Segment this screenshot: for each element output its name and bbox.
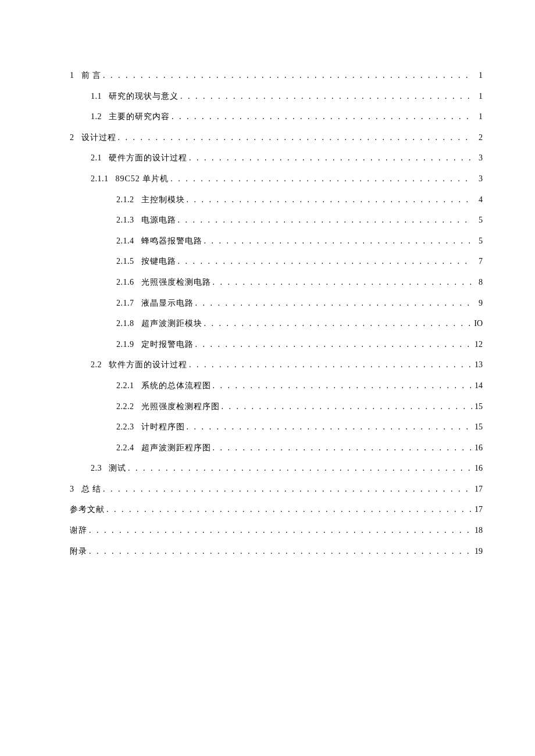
toc-entry: 2.2.2 光照强度检测程序图 15	[70, 401, 483, 413]
toc-number: 2.2.1	[116, 380, 134, 392]
toc-title: 电源电路	[141, 214, 176, 226]
toc-page: 16	[472, 442, 483, 454]
toc-leader	[185, 194, 473, 206]
toc-number: 2.1.4	[116, 235, 134, 247]
toc-entry: 2.1.9 定时报警电路 12	[70, 339, 483, 350]
toc-number: 2.2.2	[116, 401, 134, 413]
toc-entry: 2.3 测试 16	[70, 463, 483, 474]
toc-leader	[194, 339, 473, 350]
toc-entry: 2.1.6 光照强度检测电路 8	[70, 277, 483, 288]
toc-number: 1	[70, 70, 74, 81]
toc-leader	[176, 256, 473, 267]
toc-page: 15	[472, 421, 483, 433]
toc-entry: 3 总 结 17	[70, 483, 483, 495]
toc-title: 硬件方面的设计过程	[109, 152, 187, 164]
toc-entry: 谢辞 18	[70, 525, 483, 536]
toc-number: 2.1.5	[116, 256, 134, 267]
toc-page: 15	[472, 401, 483, 413]
toc-leader	[101, 483, 472, 495]
toc-leader	[176, 214, 473, 226]
toc-title: 液晶显示电路	[141, 298, 194, 309]
toc-page: 8	[472, 277, 483, 288]
toc-leader	[87, 525, 472, 536]
toc-title: 附录	[70, 546, 87, 557]
toc-entry: 2.1.1 89C52 单片机 3	[70, 173, 483, 185]
toc-number: 3	[70, 483, 74, 495]
toc-number: 1.2	[91, 111, 102, 123]
toc-number: 2.2	[91, 359, 102, 371]
toc-title: 超声波测距模块	[141, 318, 202, 329]
toc-leader	[101, 70, 472, 81]
toc-title: 89C52 单片机	[116, 173, 169, 185]
toc-entry: 2.1.7 液晶显示电路 9	[70, 298, 483, 309]
toc-page: 18	[472, 525, 483, 536]
toc-entry: 1 前 言 1	[70, 70, 483, 81]
toc-title: 系统的总体流程图	[141, 380, 211, 392]
toc-leader	[211, 380, 473, 392]
toc-entry: 1.1 研究的现状与意义 1	[70, 91, 483, 102]
toc-page: 3	[472, 173, 483, 185]
toc-leader	[170, 111, 472, 123]
toc-title: 光照强度检测程序图	[141, 401, 220, 413]
toc-leader	[187, 152, 472, 164]
toc-page: 17	[472, 483, 483, 495]
toc-page: 5	[472, 214, 483, 226]
toc-title: 超声波测距程序图	[141, 442, 211, 454]
toc-number: 2.3	[91, 463, 102, 474]
toc-title: 定时报警电路	[141, 339, 194, 350]
toc-leader	[126, 463, 472, 474]
toc-leader	[202, 235, 473, 247]
toc-entry: 2.1.2 主控制模块 4	[70, 194, 483, 206]
toc-entry: 参考文献 17	[70, 504, 483, 515]
toc-leader	[105, 504, 472, 515]
toc-leader	[211, 442, 473, 454]
toc-entry: 附录 19	[70, 546, 483, 557]
toc-leader	[87, 546, 472, 557]
toc-number: 2.1	[91, 152, 102, 164]
toc-title: 设计过程	[81, 132, 116, 144]
toc-entry: 2.1.3 电源电路 5	[70, 214, 483, 226]
toc-page: 4	[472, 194, 483, 206]
toc-number: 2	[70, 132, 74, 144]
toc-number: 1.1	[91, 91, 102, 102]
toc-leader	[194, 298, 473, 309]
toc-number: 2.1.7	[116, 298, 134, 309]
toc-entry: 2.1 硬件方面的设计过程 3	[70, 152, 483, 164]
toc-page: 12	[472, 339, 483, 350]
toc-leader	[169, 173, 472, 185]
table-of-contents: 1 前 言 1 1.1 研究的现状与意义 1 1.2 主要的研究内容 1 2 设…	[70, 70, 483, 557]
toc-page: 16	[472, 463, 483, 474]
toc-number: 2.2.3	[116, 421, 134, 433]
toc-number: 2.1.6	[116, 277, 134, 288]
toc-page: 2	[472, 132, 483, 144]
toc-entry: 2.2.1 系统的总体流程图 14	[70, 380, 483, 392]
toc-page: 1	[472, 111, 483, 123]
toc-page: 19	[472, 546, 483, 557]
toc-entry: 1.2 主要的研究内容 1	[70, 111, 483, 123]
toc-title: 研究的现状与意义	[109, 91, 179, 102]
toc-number: 2.1.2	[116, 194, 134, 206]
toc-entry: 2.1.5 按键电路 7	[70, 256, 483, 267]
toc-title: 主要的研究内容	[109, 111, 170, 123]
toc-leader	[185, 421, 473, 433]
toc-leader	[211, 277, 473, 288]
toc-leader	[187, 359, 472, 371]
toc-title: 主控制模块	[141, 194, 185, 206]
toc-title: 测试	[109, 463, 126, 474]
toc-number: 2.1.9	[116, 339, 134, 350]
toc-page: 1	[472, 91, 483, 102]
toc-entry: 2.2.4 超声波测距程序图 16	[70, 442, 483, 454]
toc-number: 2.1.3	[116, 214, 134, 226]
toc-title: 蜂鸣器报警电路	[141, 235, 202, 247]
toc-page: 3	[472, 152, 483, 164]
toc-number: 2.1.1	[91, 173, 109, 185]
toc-page: 1	[472, 70, 483, 81]
toc-number: 2.2.4	[116, 442, 134, 454]
toc-entry: 2.2 软件方面的设计过程 13	[70, 359, 483, 371]
toc-title: 谢辞	[70, 525, 87, 536]
toc-page: 5	[472, 235, 483, 247]
toc-page: 13	[472, 359, 483, 371]
toc-page: 7	[472, 256, 483, 267]
toc-title: 软件方面的设计过程	[109, 359, 187, 371]
toc-page: IO	[472, 318, 483, 329]
